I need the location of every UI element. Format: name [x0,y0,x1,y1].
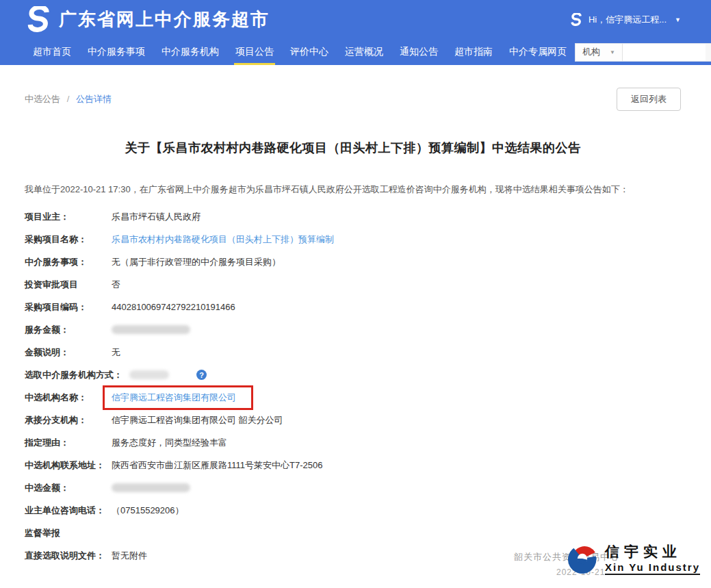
nav-items: 超市首页中介服务事项中介服务机构项目公告评价中心运营概况通知公告超市指南中介专属… [25,39,575,65]
field-label-designation-reason: 指定理由： [25,437,112,449]
field-label-supervision-report: 监督举报 [25,527,112,539]
field-value-project-owner: 乐昌市坪石镇人民政府 [112,211,201,223]
user-greeting: Hi，信宇腾远工程... [589,14,667,26]
nav-item-6[interactable]: 通知公告 [391,39,446,65]
field-value-undertaking-branch: 信宇腾远工程咨询集团有限公司 韶关分公司 [112,414,283,426]
user-menu[interactable]: Hi，信宇腾远工程... ▼ [569,13,681,27]
breadcrumb-separator: / [67,94,70,104]
nav-item-8[interactable]: 中介专属网页 [501,39,575,65]
field-row-service-amount: 服务金额： [25,318,681,341]
nav-item-5[interactable]: 运营概况 [337,39,391,65]
back-to-list-button[interactable]: 返回列表 [617,88,681,111]
site-title: 广东省网上中介服务超市 [59,8,270,31]
field-label-investment-approval-project: 投资审批项目 [25,279,112,291]
field-label-procurement-project-name: 采购项目名称： [25,233,112,246]
breadcrumb-parent[interactable]: 中选公告 [25,94,60,104]
announcement-fields: 项目业主：乐昌市坪石镇人民政府采购项目名称：乐昌市农村村内巷路硬化项目（田头村上… [25,205,681,567]
field-label-selection-method: 选取中介服务机构方式： [25,369,122,381]
redacted-value-selection-method [129,370,169,379]
field-row-owner-phone: 业主单位咨询电话：（07515529206） [25,499,681,522]
company-seal: 信宇实业 Xin Yu Industry [564,540,700,577]
field-value-owner-phone: （07515529206） [112,504,184,517]
search-category-value: 机构 [582,46,600,58]
redacted-value-service-amount [112,325,190,334]
top-header: 广东省网上中介服务超市 Hi，信宇腾远工程... ▼ [0,0,711,39]
field-label-intermediary-service-item: 中介服务事项： [25,256,112,268]
search-bar: 机构 ▼ [575,43,711,62]
field-row-investment-approval-project: 投资审批项目否 [25,273,681,296]
search-category-select[interactable]: 机构 ▼ [576,44,623,61]
content: 中选公告 / 公告详情 返回列表 关于【乐昌市农村村内巷路硬化项目（田头村上下排… [0,88,711,567]
field-row-undertaking-branch: 承接分支机构：信宇腾远工程咨询集团有限公司 韶关分公司 [25,409,681,431]
field-value-procurement-project-name[interactable]: 乐昌市农村村内巷路硬化项目（田头村上下排）预算编制 [112,233,334,246]
search-button[interactable] [706,44,711,61]
field-row-selected-amount: 中选金额： [25,476,681,499]
nav-item-7[interactable]: 超市指南 [446,39,501,65]
field-row-procurement-project-code: 采购项目编码：4402810069742792210191466 [25,296,681,318]
field-label-selected-amount: 中选金额： [25,482,112,494]
field-label-selected-agency-name: 中选机构名称： [25,392,112,404]
field-label-owner-phone: 业主单位咨询电话： [25,504,112,517]
field-value-procurement-project-code: 4402810069742792210191466 [112,302,235,312]
announcement-intro: 我单位于2022-10-21 17:30，在广东省网上中介服务超市为乐昌市坪石镇… [25,183,681,196]
announcement-title: 关于【乐昌市农村村内巷路硬化项目（田头村上下排）预算编制】中选结果的公告 [25,140,681,156]
chevron-down-icon: ▼ [610,49,615,55]
nav-item-1[interactable]: 中介服务事项 [79,39,153,65]
nav-item-0[interactable]: 超市首页 [25,39,79,65]
field-row-procurement-project-name: 采购项目名称：乐昌市农村村内巷路硬化项目（田头村上下排）预算编制 [25,228,681,251]
field-label-selected-agency-address: 中选机构联系地址： [25,459,112,472]
company-name-en: Xin Yu Industry [605,561,700,575]
field-row-project-owner: 项目业主：乐昌市坪石镇人民政府 [25,205,681,228]
chevron-down-icon: ▼ [675,16,681,23]
field-value-direct-selection-doc: 暂无附件 [112,550,147,562]
field-value-selected-agency-address: 陕西省西安市曲江新区雁展路1111号莱安中心T7-2506 [112,459,322,472]
field-label-direct-selection-doc: 直接选取说明文件： [25,550,112,562]
field-label-project-owner: 项目业主： [25,211,112,223]
main-nav: 超市首页中介服务事项中介服务机构项目公告评价中心运营概况通知公告超市指南中介专属… [0,39,711,65]
field-value-intermediary-service-item: 无（属于非行政管理的中介服务项目采购） [112,256,281,268]
field-row-designation-reason: 指定理由：服务态度好，同类型经验丰富 [25,431,681,454]
field-value-amount-note: 无 [112,346,120,359]
field-row-selection-method: 选取中介服务机构方式：? [25,363,681,386]
breadcrumb-current[interactable]: 公告详情 [76,94,112,104]
field-row-intermediary-service-item: 中介服务事项：无（属于非行政管理的中介服务项目采购） [25,251,681,273]
redacted-value-selected-amount [112,483,190,492]
nav-item-3[interactable]: 项目公告 [227,39,282,65]
field-value-designation-reason: 服务态度好，同类型经验丰富 [112,437,227,449]
search-input[interactable] [623,44,706,61]
breadcrumb: 中选公告 / 公告详情 [25,93,112,105]
help-icon[interactable]: ? [196,370,207,380]
field-label-undertaking-branch: 承接分支机构： [25,414,112,426]
field-row-amount-note: 金额说明：无 [25,341,681,363]
nav-item-2[interactable]: 中介服务机构 [153,39,227,65]
field-value-selected-agency-name[interactable]: 信宇腾远工程咨询集团有限公司 [112,392,236,402]
field-row-selected-agency-name: 中选机构名称：信宇腾远工程咨询集团有限公司 [25,386,681,409]
field-row-selected-agency-address: 中选机构联系地址：陕西省西安市曲江新区雁展路1111号莱安中心T7-2506 [25,454,681,476]
nav-item-4[interactable]: 评价中心 [282,39,337,65]
company-name-cn: 信宇实业 [605,542,700,561]
user-logo-icon [569,13,584,27]
field-label-amount-note: 金额说明： [25,346,112,359]
field-label-procurement-project-code: 采购项目编码： [25,301,112,314]
field-value-investment-approval-project: 否 [112,279,120,291]
highlight-red-box: 信宇腾远工程咨询集团有限公司 [103,385,253,410]
site-logo-icon [23,6,53,34]
page: 广东省网上中介服务超市 Hi，信宇腾远工程... ▼ 超市首页中介服务事项中介服… [0,0,711,588]
field-label-service-amount: 服务金额： [25,324,112,336]
xinyu-logo-icon [564,540,601,577]
site-brand[interactable]: 广东省网上中介服务超市 [25,6,270,34]
corner-seal-area: 韶关市公共资源交易中心 2022-10-21 信宇实业 Xin Yu Indus… [543,540,700,581]
